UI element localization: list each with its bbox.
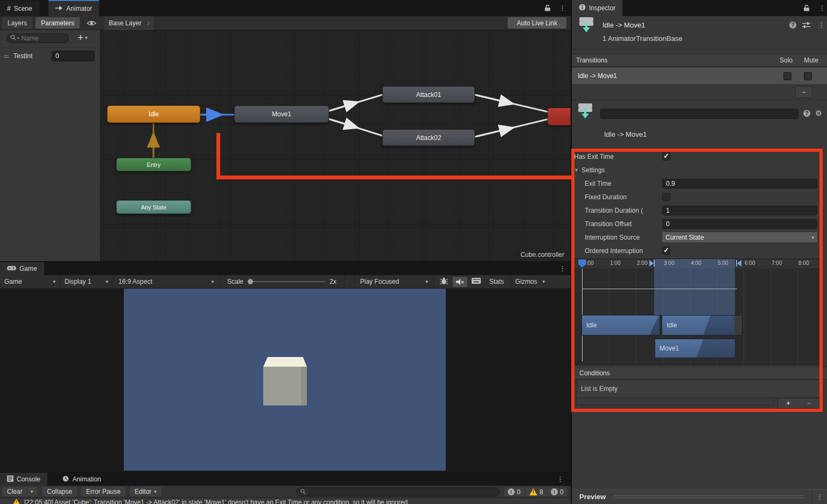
help-icon[interactable]: ? xyxy=(789,22,796,29)
clock-icon xyxy=(62,475,69,484)
play-focused-dropdown[interactable]: Play Focused▾ xyxy=(354,275,434,289)
ordered-interruption-checkbox[interactable] xyxy=(662,247,670,255)
transition-move1-to-attack02[interactable] xyxy=(329,119,382,136)
mute-audio-toggle[interactable] xyxy=(453,277,467,287)
mute-checkbox[interactable] xyxy=(804,72,812,80)
fixed-duration-checkbox[interactable] xyxy=(662,193,670,201)
search-dropdown-icon[interactable]: ▾ xyxy=(17,36,19,40)
solo-checkbox[interactable] xyxy=(783,72,791,80)
collapse-button[interactable]: Collapse xyxy=(42,487,77,496)
console-log-text: [22:05:40] Asset 'Cube': Transition 'Mov… xyxy=(24,499,408,504)
tab-console[interactable]: Console xyxy=(0,473,47,486)
transition-duration-field[interactable] xyxy=(662,206,817,215)
tab-game[interactable]: Game xyxy=(0,262,44,275)
state-node-attack01[interactable]: Attack01 xyxy=(382,86,475,103)
transition-end-marker[interactable] xyxy=(736,260,741,267)
exit-time-field[interactable] xyxy=(662,179,817,188)
editor-dropdown[interactable]: Editor▾ xyxy=(130,487,162,496)
preview-bar[interactable]: Preview ⋮ xyxy=(572,489,827,504)
has-exit-time-checkbox[interactable] xyxy=(662,152,670,160)
parameter-search-input[interactable] xyxy=(20,34,60,43)
display-target-dropdown[interactable]: Game▾ xyxy=(0,275,60,289)
transition-arrows[interactable] xyxy=(101,30,571,261)
state-node-idle[interactable]: Idle xyxy=(107,106,200,123)
aspect-dropdown[interactable]: 16:9 Aspect▾ xyxy=(113,275,220,289)
ordered-interruption-row: Ordered Interruption xyxy=(574,244,823,257)
error-count-badge[interactable]: ! 0 xyxy=(547,487,567,496)
remove-condition-button[interactable]: − xyxy=(807,400,810,407)
transition-move1-to-attack01[interactable] xyxy=(329,95,382,111)
chevron-down-icon: ▾ xyxy=(425,279,428,284)
game-viewport[interactable] xyxy=(124,289,446,471)
has-exit-time-row: Has Exit Time xyxy=(574,150,823,163)
scale-slider[interactable] xyxy=(248,279,325,284)
eye-icon[interactable] xyxy=(87,20,96,28)
parameter-row[interactable]: TestInt xyxy=(0,47,100,64)
state-machine-graph[interactable]: Idle Move1 Attack01 Attack02 Entry Any S… xyxy=(101,30,571,261)
transition-row-selected[interactable]: Idle -> Move1 xyxy=(572,68,827,84)
drag-handle-icon[interactable] xyxy=(4,54,9,58)
tab-scene[interactable]: # Scene xyxy=(0,1,39,17)
parameter-value-field[interactable] xyxy=(52,51,95,61)
debug-bug-icon[interactable] xyxy=(439,277,448,286)
minus-icon: − xyxy=(802,88,805,96)
transition-name-field[interactable] xyxy=(600,109,798,119)
transition-start-marker[interactable] xyxy=(649,260,655,267)
settings-foldout[interactable]: ▼ Settings xyxy=(574,163,823,177)
transition-attack02-to-end[interactable] xyxy=(475,119,549,137)
state-node-move1[interactable]: Move1 xyxy=(234,106,329,123)
animator-more-icon[interactable]: ⋮ xyxy=(559,4,566,12)
warning-count-badge[interactable]: ! 8 xyxy=(525,487,547,496)
parameters-button[interactable]: Parameters xyxy=(36,17,80,29)
state-node-exit[interactable] xyxy=(548,108,571,125)
presets-icon[interactable] xyxy=(802,22,810,30)
timeline-block-idle-2[interactable]: Idle xyxy=(662,315,742,335)
interruption-source-dropdown[interactable]: Current State ▾ xyxy=(662,232,817,242)
gizmos-dropdown[interactable]: Gizmos▾ xyxy=(510,275,549,289)
state-node-attack02[interactable]: Attack02 xyxy=(382,129,475,146)
chevron-down-icon[interactable]: ▾ xyxy=(31,489,33,494)
state-node-entry[interactable]: Entry xyxy=(116,158,191,171)
breadcrumb[interactable]: Base Layer › xyxy=(104,16,154,30)
state-node-any-state[interactable]: Any State xyxy=(116,200,191,214)
transition-offset-field[interactable] xyxy=(662,219,817,229)
stats-button[interactable]: Stats xyxy=(486,278,507,285)
console-log-row[interactable]: ! [22:05:40] Asset 'Cube': Transition 'M… xyxy=(0,498,571,504)
error-pause-button[interactable]: Error Pause xyxy=(81,487,125,496)
game-window: Game ⋮ Game▾ Display 1▾ 16:9 Aspect▾ Sca… xyxy=(0,262,571,472)
console-more-icon[interactable]: ⋮ xyxy=(557,475,564,483)
scale-slider-knob[interactable] xyxy=(248,279,253,284)
search-icon xyxy=(10,34,16,42)
add-condition-button[interactable]: + xyxy=(786,400,790,407)
add-parameter-button[interactable]: + ▾ xyxy=(78,32,88,43)
animator-lock-icon[interactable] xyxy=(544,4,551,13)
layers-button[interactable]: Layers xyxy=(2,17,32,29)
tab-animator[interactable]: Animator xyxy=(48,0,99,16)
header-more-icon[interactable]: ⋮ xyxy=(818,21,825,29)
help-icon[interactable]: ? xyxy=(803,110,810,117)
tab-inspector[interactable]: Inspector xyxy=(572,0,622,16)
game-tabbar: Game ⋮ xyxy=(0,262,571,275)
timeline-block-idle-1[interactable]: Idle xyxy=(581,315,660,335)
inspector-lock-icon[interactable] xyxy=(803,4,810,13)
timeline-block-move1[interactable]: Move1 xyxy=(655,339,735,358)
unity-editor: # Scene Animator ⋮ Layers Parameters Bas… xyxy=(0,0,827,504)
transition-timeline[interactable]: 0:00 1:00 2:00 3:00 4:00 5:00 6:00 7:00 … xyxy=(574,258,822,365)
remove-transition-button[interactable]: − xyxy=(795,86,812,98)
display-dropdown[interactable]: Display 1▾ xyxy=(60,275,113,289)
auto-live-link-button[interactable]: Auto Live Link xyxy=(508,17,566,29)
preview-drag-handle[interactable] xyxy=(614,495,804,498)
info-count-badge[interactable]: ! 0 xyxy=(504,487,524,496)
tab-animation[interactable]: Animation xyxy=(55,473,108,486)
transition-attack01-to-end[interactable] xyxy=(475,95,549,112)
gear-icon[interactable]: ⚙ xyxy=(815,109,822,117)
chevron-down-icon: ▾ xyxy=(811,235,814,240)
console-search-input[interactable] xyxy=(308,488,488,496)
console-toolbar: Clear ▾ Collapse Error Pause Editor▾ ! 0… xyxy=(0,486,571,498)
game-more-icon[interactable]: ⋮ xyxy=(559,264,566,272)
preview-more-icon[interactable]: ⋮ xyxy=(812,493,827,501)
clear-button[interactable]: Clear ▾ xyxy=(2,487,38,496)
ruler-tick: 3:00 xyxy=(664,260,674,266)
inspector-more-icon[interactable]: ⋮ xyxy=(818,4,825,12)
keyboard-icon[interactable] xyxy=(472,278,481,285)
